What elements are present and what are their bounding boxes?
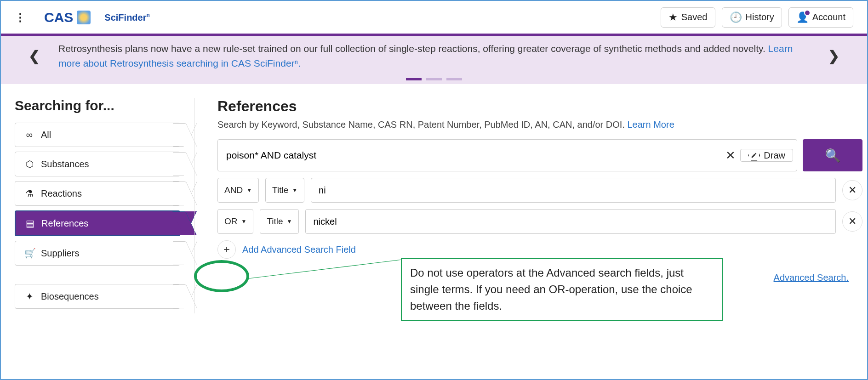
advanced-row-2: OR ▼ Title ▼ ✕ [217, 209, 862, 234]
hex-icon: ⬡ [24, 159, 34, 170]
all-icon: ∞ [24, 130, 34, 140]
caret-down-icon: ▼ [287, 218, 292, 225]
sidebar-title: Searching for... [15, 98, 180, 113]
cart-icon: 🛒 [24, 248, 34, 259]
learn-more-link[interactable]: Learn More [628, 119, 674, 130]
sidebar-item-reactions[interactable]: ⚗ Reactions [15, 181, 180, 206]
banner-text: Retrosynthesis plans now have a new rule… [45, 41, 823, 70]
banner-dot-3[interactable] [446, 78, 462, 80]
banner-next-icon[interactable]: ❯ [823, 48, 844, 64]
advanced-input-1[interactable] [311, 178, 836, 203]
sidebar-item-suppliers[interactable]: 🛒 Suppliers [15, 241, 180, 266]
main-search-wrap: ✕ Draw [217, 139, 797, 171]
bio-icon: ✦ [24, 291, 34, 302]
scifinder-logo[interactable]: SciFindern [104, 12, 149, 23]
flask-icon: ⚗ [24, 188, 34, 199]
notification-dot-icon [804, 10, 811, 16]
search-button[interactable]: 🔍 [803, 139, 862, 171]
cas-hex-icon [77, 11, 91, 24]
sidebar-item-references[interactable]: ▤ References [15, 210, 180, 236]
advanced-input-2[interactable] [305, 209, 836, 234]
draw-button[interactable]: Draw [740, 149, 793, 162]
content-title: References [217, 98, 862, 115]
banner-prev-icon[interactable]: ❮ [24, 48, 45, 64]
caret-down-icon: ▼ [246, 187, 252, 193]
content-subtitle: Search by Keyword, Substance Name, CAS R… [217, 119, 862, 130]
field-select-2[interactable]: Title ▼ [260, 209, 299, 234]
saved-button[interactable]: ★ Saved [661, 7, 715, 28]
add-advanced-field[interactable]: + Add Advanced Search Field [217, 240, 862, 259]
announcement-banner: ❮ Retrosynthesis plans now have a new ru… [1, 36, 867, 84]
clear-search-icon[interactable]: ✕ [721, 148, 740, 163]
field-select-1[interactable]: Title ▼ [265, 178, 304, 203]
advanced-search-tip-link[interactable]: Advanced Search. [774, 272, 849, 283]
remove-row-2-button[interactable]: ✕ [842, 211, 862, 232]
header-bar: ⋮ CAS SciFindern ★ Saved 🕘 History 👤 Acc… [1, 1, 867, 36]
main-search-input[interactable] [226, 150, 721, 161]
clock-icon: 🕘 [730, 11, 742, 23]
sidebar-item-biosequences[interactable]: ✦ Biosequences [15, 284, 180, 309]
plus-icon: + [217, 240, 236, 259]
menu-icon[interactable]: ⋮ [15, 11, 26, 24]
book-icon: ▤ [25, 218, 35, 229]
operator-select-1[interactable]: AND ▼ [217, 178, 259, 203]
remove-row-1-button[interactable]: ✕ [842, 180, 862, 200]
history-button[interactable]: 🕘 History [722, 7, 782, 28]
pencil-hex-icon [748, 149, 760, 161]
banner-dot-2[interactable] [426, 78, 442, 80]
annotation-text-box: Do not use operators at the Advanced sea… [401, 258, 723, 321]
star-icon: ★ [668, 11, 678, 23]
advanced-row-1: AND ▼ Title ▼ ✕ [217, 178, 862, 203]
sidebar-item-all[interactable]: ∞ All [15, 123, 180, 147]
cas-logo-text: CAS [44, 10, 73, 25]
cas-logo[interactable]: CAS [44, 10, 91, 25]
account-button[interactable]: 👤 Account [788, 7, 853, 28]
banner-pagination [406, 78, 462, 80]
banner-dot-1[interactable] [406, 78, 422, 80]
magnifier-icon: 🔍 [825, 148, 841, 163]
search-type-sidebar: Searching for... ∞ All ⬡ Substances ⚗ Re… [15, 98, 180, 313]
caret-down-icon: ▼ [241, 218, 247, 225]
operator-select-2[interactable]: OR ▼ [217, 209, 253, 234]
sidebar-item-substances[interactable]: ⬡ Substances [15, 152, 180, 176]
caret-down-icon: ▼ [292, 187, 297, 193]
